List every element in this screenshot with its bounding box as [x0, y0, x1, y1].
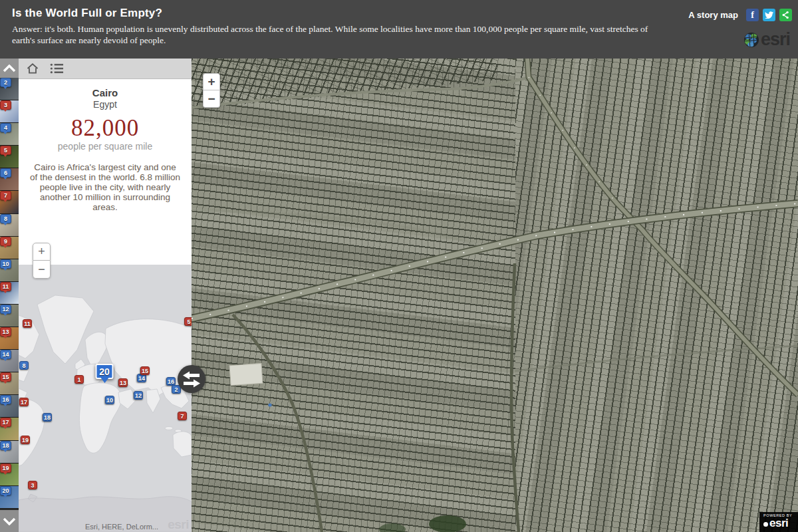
minimap-marker-18[interactable]: 18: [43, 413, 52, 422]
thumbnail-number-badge: 4: [0, 123, 11, 132]
thumbnail-item-7[interactable]: 7: [0, 191, 19, 213]
minimap-markers: 5118114151316212101718719320: [19, 265, 192, 532]
chevron-up-icon: [3, 65, 16, 72]
map-zoom-in-button[interactable]: +: [203, 73, 220, 90]
thumbnail-item-5[interactable]: 5: [0, 146, 19, 168]
thumbnail-number-badge: 6: [0, 168, 11, 178]
esri-logo[interactable]: esri: [743, 29, 790, 50]
city-info: Cairo Egypt 82,000 people per square mil…: [19, 78, 192, 265]
thumbnail-item-20[interactable]: 20: [0, 486, 19, 509]
scroll-down-button[interactable]: [0, 510, 19, 532]
thumbnail-number-badge: 14: [0, 350, 11, 359]
overview-minimap[interactable]: 5118114151316212101718719320 Esri, HERE,…: [19, 265, 192, 532]
minimap-marker-3[interactable]: 3: [28, 481, 37, 489]
minimap-marker-13[interactable]: 13: [118, 378, 128, 387]
thumbnail-item-10[interactable]: 10: [0, 259, 19, 282]
thumbnail-number-badge: 15: [0, 372, 11, 382]
side-panel: Cairo Egypt 82,000 people per square mil…: [19, 59, 192, 532]
thumbnail-item-17[interactable]: 17: [0, 418, 19, 440]
minimap-marker-10[interactable]: 10: [105, 396, 114, 404]
thumbnail-number-badge: 3: [0, 100, 11, 110]
facebook-icon[interactable]: f: [746, 9, 759, 21]
panel-toggle-button[interactable]: [178, 365, 205, 393]
thumbnail-item-3[interactable]: 3: [0, 100, 19, 123]
thumbnail-number-badge: 10: [0, 259, 11, 269]
thumbnail-item-18[interactable]: 18: [0, 441, 19, 464]
swap-arrows-icon: [183, 371, 200, 388]
map-zoom-out-button[interactable]: −: [203, 90, 220, 108]
thumbnail-item-16[interactable]: 16: [0, 395, 19, 418]
chevron-down-icon: [3, 517, 16, 525]
twitter-icon[interactable]: [763, 9, 775, 21]
minimap-marker-20-selected[interactable]: 20: [96, 364, 114, 379]
thumbnail-item-9[interactable]: 9: [0, 237, 19, 259]
thumbnail-number-badge: 13: [0, 327, 11, 336]
minimap-marker-5[interactable]: 5: [184, 317, 192, 326]
header: Is the World Full or Empty? Answer: it's…: [0, 0, 798, 59]
map-zoom-control: + −: [203, 73, 220, 108]
home-icon: [26, 62, 39, 75]
density-unit: people per square mile: [19, 141, 192, 152]
thumbnail-number-badge: 16: [0, 395, 11, 404]
esri-globe-icon: [743, 32, 759, 48]
list-button[interactable]: [49, 61, 64, 76]
satellite-imagery: [192, 59, 798, 532]
thumbnail-number-badge: 17: [0, 418, 11, 427]
minimap-marker-11[interactable]: 11: [23, 319, 32, 328]
page-subtitle: Answer: it's both. Human population is u…: [12, 24, 667, 47]
minimap-marker-12[interactable]: 12: [134, 391, 143, 400]
minimap-zoom-control: + −: [33, 243, 51, 279]
thumbnail-item-8[interactable]: 8: [0, 214, 19, 237]
thumbnail-item-19[interactable]: 19: [0, 464, 19, 486]
thumbnail-item-14[interactable]: 14: [0, 350, 19, 372]
minimap-marker-1[interactable]: 1: [74, 375, 84, 384]
page-title: Is the World Full or Empty?: [12, 7, 162, 20]
thumbnail-item-15[interactable]: 15: [0, 372, 19, 395]
thumbnail-list: 234567891011121314151617181920: [0, 78, 19, 509]
esri-wordmark: esri: [761, 29, 790, 50]
thumbnail-number-badge: 9: [0, 237, 11, 246]
thumbnail-number-badge: 11: [0, 282, 11, 291]
road-network: [192, 59, 798, 532]
thumbnail-number-badge: 19: [0, 464, 11, 473]
story-map-label: A story map: [688, 10, 738, 20]
thumbnail-number-badge: 20: [0, 486, 11, 495]
thumbnail-item-6[interactable]: 6: [0, 168, 19, 191]
thumbnail-strip: 234567891011121314151617181920: [0, 59, 19, 532]
map-attribution: Esri, HERE, DeLorm...: [85, 523, 158, 531]
minimap-zoom-in-button[interactable]: +: [33, 243, 51, 261]
city-name: Cairo: [19, 87, 192, 98]
powered-by-esri-logo[interactable]: POWERED BY esri: [759, 512, 798, 532]
home-button[interactable]: [25, 61, 40, 76]
minimap-marker-17[interactable]: 17: [19, 398, 29, 406]
thumbnail-number-badge: 8: [0, 214, 11, 223]
minimap-marker-19[interactable]: 19: [21, 436, 30, 444]
thumbnail-number-badge: 18: [0, 441, 11, 450]
main-map[interactable]: + − POWERED BY esri: [192, 59, 798, 532]
share-icon[interactable]: [779, 9, 792, 21]
thumbnail-number-badge: 7: [0, 191, 11, 200]
minimap-zoom-out-button[interactable]: −: [33, 261, 51, 279]
scroll-up-button[interactable]: [0, 59, 19, 78]
thumbnail-number-badge: 2: [0, 78, 11, 87]
panel-toolbar: [19, 59, 192, 79]
thumbnail-item-4[interactable]: 4: [0, 123, 19, 146]
thumbnail-item-11[interactable]: 11: [0, 282, 19, 305]
list-icon: [50, 63, 64, 74]
minimap-marker-15[interactable]: 15: [140, 366, 150, 375]
esri-watermark: esri: [168, 517, 189, 532]
thumbnail-item-13[interactable]: 13: [0, 327, 19, 350]
city-description: Cairo is Africa's largest city and one o…: [30, 162, 180, 213]
minimap-marker-7[interactable]: 7: [178, 412, 187, 420]
density-value: 82,000: [19, 115, 192, 142]
thumbnail-number-badge: 12: [0, 305, 11, 314]
thumbnail-number-badge: 5: [0, 146, 11, 155]
thumbnail-item-2[interactable]: 2: [0, 78, 19, 100]
thumbnail-item-12[interactable]: 12: [0, 305, 19, 327]
country-name: Egypt: [19, 99, 192, 110]
minimap-marker-8[interactable]: 8: [19, 361, 29, 370]
powered-by-brand: esri: [763, 517, 798, 529]
